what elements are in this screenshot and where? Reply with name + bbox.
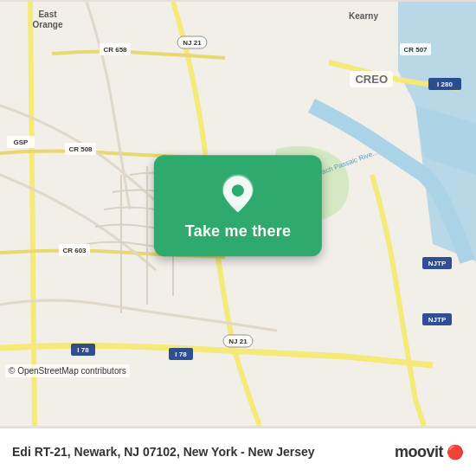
svg-text:NJ 21: NJ 21 (228, 338, 248, 345)
location-pin-icon (221, 174, 255, 214)
moovit-text: moovit (395, 443, 443, 461)
svg-text:NJTP: NJTP (428, 260, 447, 267)
moovit-logo: moovit 🔴 (395, 443, 464, 461)
svg-text:I 78: I 78 (77, 346, 89, 354)
svg-text:NJ 21: NJ 21 (183, 39, 202, 47)
moovit-icon: 🔴 (447, 444, 464, 460)
location-info: Edi RT-21, Newark, NJ 07102, New York - … (12, 444, 386, 461)
svg-text:CR 658: CR 658 (103, 46, 127, 54)
svg-point-33 (232, 184, 244, 196)
creo-badge: CREO (350, 71, 393, 87)
osm-attribution: © OpenStreetMap contributors (5, 364, 130, 377)
bottom-bar: Edi RT-21, Newark, NJ 07102, New York - … (0, 428, 476, 476)
svg-text:GSP: GSP (14, 138, 29, 146)
take-me-there-label: Take me there (185, 222, 291, 241)
svg-text:I 280: I 280 (437, 80, 453, 88)
svg-text:Kearny: Kearny (349, 11, 378, 21)
take-me-there-button[interactable]: Take me there (154, 155, 322, 256)
svg-text:I 78: I 78 (175, 351, 187, 358)
svg-text:NJTP: NJTP (428, 316, 447, 324)
svg-text:CR 508: CR 508 (68, 145, 93, 153)
svg-text:CR 603: CR 603 (62, 247, 87, 254)
map-container: GSP NJ 21 NJ 21 CR 658 CR 508 CR 603 I 7… (0, 0, 476, 428)
svg-text:CR 507: CR 507 (403, 46, 428, 54)
svg-text:East: East (38, 10, 57, 19)
location-name: Edi RT-21, Newark, NJ 07102, New York - … (12, 445, 315, 459)
app: GSP NJ 21 NJ 21 CR 658 CR 508 CR 603 I 7… (0, 0, 476, 476)
svg-text:Orange: Orange (32, 20, 62, 29)
